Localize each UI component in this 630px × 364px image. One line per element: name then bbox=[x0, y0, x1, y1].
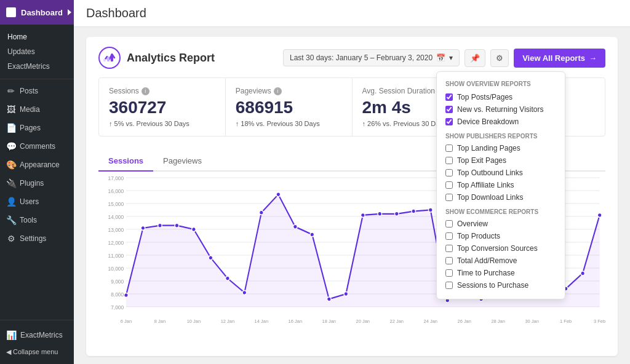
sidebar-item-settings[interactable]: ⚙ Settings bbox=[0, 229, 74, 248]
tab-sessions[interactable]: Sessions bbox=[98, 151, 153, 172]
svg-text:16 Jan: 16 Jan bbox=[289, 318, 302, 324]
sidebar-exactmetrics[interactable]: 📊 ExactMetrics bbox=[0, 325, 74, 345]
date-range-button[interactable]: Last 30 days: January 5 – February 3, 20… bbox=[283, 49, 460, 66]
dashboard-icon bbox=[6, 7, 16, 17]
sidebar-link-exactmetrics-top[interactable]: ExactMetrics bbox=[0, 59, 74, 74]
main-content: Analytics Report Last 30 days: January 5… bbox=[74, 27, 630, 364]
checkbox-exit-pages[interactable] bbox=[445, 157, 453, 164]
sidebar-header[interactable]: Dashboard bbox=[0, 0, 74, 25]
dropdown-overview[interactable]: Overview bbox=[445, 218, 556, 230]
svg-point-44 bbox=[428, 208, 433, 212]
svg-text:30 Jan: 30 Jan bbox=[525, 318, 538, 324]
svg-point-42 bbox=[394, 212, 399, 216]
svg-text:26 Jan: 26 Jan bbox=[457, 318, 471, 324]
sidebar-brand: Dashboard bbox=[21, 8, 63, 17]
sessions-info-icon[interactable]: i bbox=[142, 87, 150, 95]
svg-text:10 Jan: 10 Jan bbox=[187, 318, 201, 324]
svg-text:8,000: 8,000 bbox=[111, 291, 124, 298]
checkbox-total-add-remove[interactable] bbox=[445, 257, 453, 264]
sidebar: Dashboard Home Updates ExactMetrics ✏ Po… bbox=[0, 0, 74, 364]
dropdown-new-returning[interactable]: New vs. Returning Visitors bbox=[445, 103, 556, 116]
checkbox-top-products[interactable] bbox=[445, 232, 453, 240]
dropdown-top-posts[interactable]: Top Posts/Pages bbox=[445, 91, 556, 103]
svg-point-36 bbox=[293, 224, 298, 229]
stat-pageviews-change: ↑ 18% vs. Previous 30 Days bbox=[236, 120, 342, 127]
checkbox-time-to-purchase[interactable] bbox=[445, 269, 453, 277]
svg-point-54 bbox=[597, 213, 602, 217]
svg-text:6 Jan: 6 Jan bbox=[121, 318, 132, 324]
sidebar-link-home[interactable]: Home bbox=[0, 30, 74, 44]
checkbox-download-links[interactable] bbox=[445, 194, 453, 201]
view-all-label: View All Reports bbox=[522, 53, 585, 63]
svg-point-43 bbox=[412, 209, 416, 213]
checkbox-landing-pages[interactable] bbox=[445, 144, 453, 152]
pageviews-info-icon[interactable]: i bbox=[274, 87, 282, 95]
sidebar-item-posts[interactable]: ✏ Posts bbox=[0, 82, 74, 100]
dropdown-download-links[interactable]: Top Download Links bbox=[445, 191, 556, 204]
posts-icon: ✏ bbox=[6, 86, 16, 96]
checkbox-new-returning[interactable] bbox=[445, 106, 453, 113]
tab-pageviews[interactable]: Pageviews bbox=[153, 151, 212, 172]
sidebar-collapse[interactable]: ◀ Collapse menu bbox=[0, 345, 74, 359]
svg-text:12,000: 12,000 bbox=[108, 240, 124, 246]
sidebar-item-media[interactable]: 🖼 Media bbox=[0, 100, 74, 119]
tools-icon: 🔧 bbox=[6, 215, 16, 225]
pin-button[interactable]: 📌 bbox=[465, 49, 485, 67]
sidebar-item-plugins[interactable]: 🔌 Plugins bbox=[0, 174, 74, 192]
svg-text:10,000: 10,000 bbox=[108, 266, 124, 272]
calendar-icon: 📅 bbox=[436, 53, 445, 62]
sidebar-item-label-posts: Posts bbox=[20, 87, 38, 95]
svg-point-30 bbox=[192, 228, 196, 232]
sidebar-nav-top: Home Updates ExactMetrics bbox=[0, 25, 74, 79]
media-icon: 🖼 bbox=[6, 105, 16, 114]
checkbox-device-breakdown[interactable] bbox=[445, 118, 453, 125]
chevron-down-icon: ▾ bbox=[449, 53, 453, 62]
svg-text:28 Jan: 28 Jan bbox=[491, 318, 504, 324]
stat-pageviews: Pageviews i 686915 ↑ 18% vs. Previous 30… bbox=[226, 78, 353, 136]
svg-point-34 bbox=[260, 210, 264, 215]
dropdown-device-breakdown[interactable]: Device Breakdown bbox=[445, 116, 556, 128]
dropdown-conversion-sources[interactable]: Top Conversion Sources bbox=[445, 242, 556, 255]
checkbox-top-posts[interactable] bbox=[445, 93, 453, 101]
checkbox-affiliate-links[interactable] bbox=[445, 181, 453, 189]
svg-point-27 bbox=[141, 226, 145, 230]
sidebar-item-pages[interactable]: 📄 Pages bbox=[0, 119, 74, 137]
dropdown-affiliate-links[interactable]: Top Affiliate Links bbox=[445, 179, 556, 191]
dropdown-time-to-purchase[interactable]: Time to Purchase bbox=[445, 267, 556, 279]
sidebar-bottom: 📊 ExactMetrics ◀ Collapse menu bbox=[0, 320, 74, 364]
analytics-logo bbox=[98, 47, 121, 69]
dropdown-landing-pages[interactable]: Top Landing Pages bbox=[445, 142, 556, 154]
checkbox-conversion-sources[interactable] bbox=[445, 245, 453, 252]
reports-dropdown: Show Overview Reports Top Posts/Pages Ne… bbox=[436, 71, 565, 299]
sidebar-item-appearance[interactable]: 🎨 Appearance bbox=[0, 156, 74, 174]
dropdown-sessions-to-purchase[interactable]: Sessions to Purchase bbox=[445, 279, 556, 291]
stat-sessions-label: Sessions i bbox=[109, 87, 215, 95]
dropdown-top-products[interactable]: Top Products bbox=[445, 230, 556, 242]
dropdown-total-add-remove[interactable]: Total Add/Remove bbox=[445, 255, 556, 267]
svg-rect-3 bbox=[111, 54, 113, 61]
svg-point-37 bbox=[310, 232, 314, 237]
view-all-reports-button[interactable]: View All Reports → bbox=[514, 49, 605, 68]
dropdown-outbound-links[interactable]: Top Outbound Links bbox=[445, 167, 556, 179]
svg-point-32 bbox=[226, 276, 230, 280]
sidebar-item-label-comments: Comments bbox=[20, 142, 55, 151]
svg-point-26 bbox=[124, 293, 129, 298]
sidebar-item-label-plugins: Plugins bbox=[20, 179, 44, 188]
dropdown-exit-pages[interactable]: Top Exit Pages bbox=[445, 154, 556, 167]
sidebar-link-updates[interactable]: Updates bbox=[0, 44, 74, 59]
settings-gear-button[interactable]: ⚙ bbox=[490, 49, 509, 67]
sidebar-item-label-tools: Tools bbox=[20, 216, 37, 224]
sidebar-item-label-settings: Settings bbox=[20, 234, 46, 243]
checkbox-overview[interactable] bbox=[445, 220, 453, 228]
pages-icon: 📄 bbox=[6, 123, 16, 133]
sidebar-item-tools[interactable]: 🔧 Tools bbox=[0, 211, 74, 229]
overview-section-label: Show Overview Reports bbox=[445, 81, 556, 87]
stat-sessions-value: 360727 bbox=[109, 98, 215, 117]
checkbox-outbound-links[interactable] bbox=[445, 169, 453, 176]
comments-icon: 💬 bbox=[6, 141, 16, 151]
sidebar-item-comments[interactable]: 💬 Comments bbox=[0, 137, 74, 156]
stat-sessions: Sessions i 360727 ↑ 5% vs. Previous 30 D… bbox=[99, 78, 226, 136]
users-icon: 👤 bbox=[6, 197, 16, 207]
sidebar-item-users[interactable]: 👤 Users bbox=[0, 192, 74, 211]
checkbox-sessions-to-purchase[interactable] bbox=[445, 282, 453, 289]
